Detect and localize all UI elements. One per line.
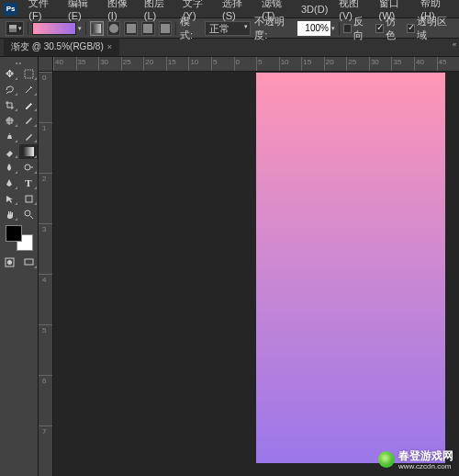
move-tool[interactable]: ✥	[0, 66, 18, 81]
svg-rect-1	[9, 25, 17, 28]
gradient-tool[interactable]	[19, 144, 38, 159]
screen-mode-tool[interactable]	[19, 255, 38, 269]
gradient-preset-picker[interactable]	[32, 22, 82, 35]
canvas-artboard[interactable]	[256, 73, 445, 463]
gradient-preview-icon	[32, 22, 76, 35]
clone-stamp-tool[interactable]	[0, 129, 18, 143]
document-tab-title: 渐变 @ 30.5%(RGB/8)	[11, 40, 104, 53]
svg-rect-6	[161, 24, 170, 33]
svg-point-10	[25, 164, 30, 170]
marquee-tool[interactable]	[19, 66, 38, 81]
checkbox-icon	[375, 24, 384, 33]
gradient-type-linear[interactable]	[90, 21, 104, 36]
mode-label: 模式:	[180, 15, 201, 42]
panel-grip-icon[interactable]: ••	[16, 59, 23, 66]
canvas-area[interactable]: 403530252015105051015202530354045 012345…	[39, 57, 459, 476]
pen-tool[interactable]	[0, 176, 18, 190]
ruler-origin[interactable]	[39, 57, 53, 72]
checkbox-icon	[407, 24, 415, 33]
quick-mask-tool[interactable]	[0, 255, 18, 269]
dither-checkbox[interactable]: 仿色	[375, 15, 404, 42]
magic-wand-tool[interactable]	[19, 82, 38, 96]
brush-tool[interactable]	[19, 113, 38, 128]
close-icon[interactable]: ×	[107, 42, 112, 51]
svg-point-12	[25, 210, 30, 216]
gradient-type-diamond[interactable]	[159, 21, 173, 36]
options-bar: 模式: 正常 不透明度: 100% 反向 仿色 透明区域	[0, 18, 459, 39]
svg-rect-9	[23, 147, 34, 156]
blur-tool[interactable]	[0, 160, 18, 175]
menu-select[interactable]: 选择(S)	[217, 0, 256, 23]
watermark-title: 春登游戏网	[398, 449, 453, 462]
vertical-ruler[interactable]: 012345678	[39, 72, 53, 476]
svg-rect-2	[92, 24, 101, 33]
blend-mode-select[interactable]: 正常	[205, 21, 252, 36]
svg-rect-7	[25, 70, 33, 78]
workspace: •• ✥ T	[0, 57, 459, 476]
menu-file[interactable]: 文件(F)	[23, 0, 62, 23]
svg-point-3	[109, 24, 118, 33]
svg-rect-15	[25, 259, 33, 265]
checkbox-icon	[343, 24, 352, 33]
watermark-logo-icon	[378, 451, 395, 468]
app-logo: Ps	[4, 3, 17, 16]
path-selection-tool[interactable]	[0, 191, 18, 206]
menu-3d[interactable]: 3D(D)	[296, 2, 333, 17]
menu-layer[interactable]: 图层(L)	[139, 0, 177, 23]
type-tool[interactable]: T	[19, 176, 38, 190]
dodge-tool[interactable]	[19, 160, 38, 175]
document-tab[interactable]: 渐变 @ 30.5%(RGB/8) ×	[4, 38, 119, 56]
gradient-type-angle[interactable]	[124, 21, 138, 36]
menu-image[interactable]: 图像(I)	[102, 0, 139, 23]
transparency-checkbox[interactable]: 透明区域	[407, 15, 453, 42]
panel-collapse-icon[interactable]: «	[450, 38, 459, 51]
color-swatches[interactable]	[6, 225, 33, 251]
horizontal-ruler[interactable]: 403530252015105051015202530354045	[53, 57, 459, 72]
opacity-label: 不透明度:	[254, 15, 294, 42]
lasso-tool[interactable]	[0, 82, 18, 96]
svg-rect-4	[127, 24, 136, 33]
reverse-checkbox[interactable]: 反向	[343, 15, 372, 42]
gradient-type-radial[interactable]	[107, 21, 121, 36]
tool-panel: •• ✥ T	[0, 57, 39, 476]
svg-rect-5	[143, 24, 152, 33]
shape-tool[interactable]	[19, 191, 38, 206]
history-brush-tool[interactable]	[19, 129, 38, 143]
eraser-tool[interactable]	[0, 144, 18, 159]
tool-preset-picker[interactable]	[6, 21, 24, 36]
zoom-tool[interactable]	[19, 207, 38, 221]
watermark-url: www.czcdn.com	[398, 462, 453, 470]
opacity-field[interactable]: 100%	[297, 21, 335, 36]
hand-tool[interactable]	[0, 207, 18, 221]
eyedropper-tool[interactable]	[19, 97, 38, 112]
crop-tool[interactable]	[0, 97, 18, 112]
foreground-color-swatch[interactable]	[6, 225, 22, 242]
gradient-type-reflected[interactable]	[141, 21, 155, 36]
svg-point-14	[7, 260, 12, 265]
menu-edit[interactable]: 编辑(E)	[62, 0, 102, 23]
watermark: 春登游戏网 www.czcdn.com	[378, 448, 453, 470]
healing-brush-tool[interactable]	[0, 113, 18, 128]
svg-rect-11	[26, 196, 32, 202]
